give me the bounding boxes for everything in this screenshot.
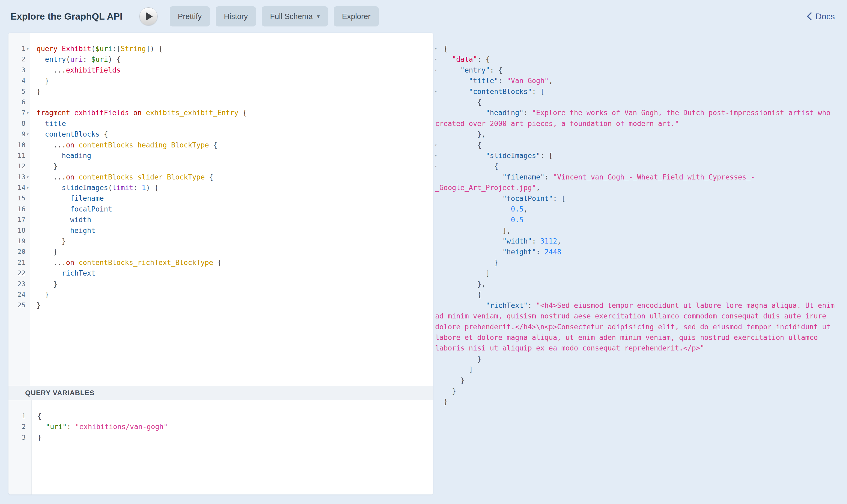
code-token <box>37 151 62 160</box>
fold-arrow-icon[interactable]: ▾ <box>25 107 30 118</box>
code-token: { <box>238 109 247 117</box>
code-token: ... <box>53 173 66 181</box>
fold-slot <box>25 65 30 75</box>
code-token: "exhibitions/van-gogh" <box>75 422 168 431</box>
explorer-button[interactable]: Explorer <box>334 6 379 26</box>
code-line: } <box>37 161 433 172</box>
fold-arrow-icon[interactable]: ▾ <box>435 161 440 172</box>
code-token: : <box>133 183 142 192</box>
code-token <box>435 151 486 160</box>
code-token: , <box>524 205 528 213</box>
code-token: 1 <box>142 183 146 192</box>
query-editor-code[interactable]: query Exhibit($uri:[String]) { entry(uri… <box>30 33 433 386</box>
code-token: , <box>557 237 561 245</box>
code-token: on <box>66 258 74 267</box>
line-number: 18 <box>8 225 25 236</box>
execute-button[interactable] <box>140 7 158 25</box>
code-token: } <box>435 355 482 363</box>
code-token: "focalPoint" <box>502 194 553 202</box>
code-token: filename <box>70 194 104 202</box>
code-token: $uri <box>91 55 108 63</box>
line-number: 13 <box>8 172 25 182</box>
fold-arrow-icon[interactable]: ▾ <box>435 54 440 65</box>
line-number: 6 <box>8 97 25 107</box>
variables-editor-code[interactable]: { "uri": "exhibitions/van-gogh"} <box>32 400 433 494</box>
code-token: } <box>37 76 49 85</box>
result-line: ] <box>435 364 841 375</box>
code-token: ... <box>53 141 66 149</box>
fold-arrow-icon[interactable]: ▾ <box>25 43 30 54</box>
explorer-button-label: Explorer <box>342 12 371 21</box>
full-schema-button[interactable]: Full Schema ▾ <box>262 6 328 26</box>
result-line: ], <box>435 225 841 236</box>
code-token <box>129 109 133 117</box>
line-number: 20 <box>8 247 25 257</box>
code-token: ] <box>435 365 473 374</box>
query-variables-header[interactable]: QUERY VARIABLES <box>8 386 433 400</box>
code-line: focalPoint <box>37 204 433 214</box>
code-token: : [ <box>532 87 544 95</box>
code-line: fragment exhibitFields on exhibits_exhib… <box>37 107 433 118</box>
code-line: filename <box>37 193 433 203</box>
code-token: : <box>524 109 532 117</box>
code-token: ... <box>53 66 66 74</box>
code-token: { <box>435 98 482 106</box>
code-token: } <box>37 162 57 170</box>
result-line: "height": 2448 <box>435 247 841 257</box>
fold-arrow-icon[interactable]: ▾ <box>435 86 440 97</box>
result-viewer: ▾ {▾ "data": {▾ "entry": { "title": "Van… <box>434 33 847 504</box>
fold-arrow-icon[interactable]: ▾ <box>25 182 30 193</box>
result-line: { <box>435 97 841 107</box>
code-token: contentBlocks_richText_BlockType <box>78 258 213 267</box>
query-editor[interactable]: 1▾234567▾89▾10111213▾14▾1516171819202122… <box>8 33 433 386</box>
line-number: 3 <box>8 432 26 443</box>
fold-arrow-icon[interactable]: ▾ <box>25 172 30 182</box>
caret-down-icon: ▾ <box>317 13 320 20</box>
code-token: } <box>435 387 456 395</box>
fold-arrow-icon[interactable]: ▾ <box>435 150 440 161</box>
code-token: ( <box>91 44 95 53</box>
result-line: ▾ "entry": { <box>435 65 841 75</box>
fold-arrow-icon[interactable]: ▾ <box>25 129 30 140</box>
code-line: title <box>37 118 433 129</box>
code-line: { <box>37 411 433 421</box>
page-title: Explore the GraphQL API <box>11 11 123 22</box>
code-token: on <box>66 141 74 149</box>
code-token <box>37 66 53 74</box>
line-number: 9 <box>8 129 25 140</box>
line-number: 3 <box>8 65 25 75</box>
code-token <box>37 422 46 431</box>
code-token: } <box>37 290 49 299</box>
code-token: : <box>498 76 507 85</box>
code-token: 0.5 <box>511 205 524 213</box>
variables-editor-gutter: 123 <box>8 400 32 494</box>
fold-slot <box>25 300 30 310</box>
history-button[interactable]: History <box>216 6 256 26</box>
fold-slot <box>25 86 30 97</box>
code-token: }, <box>435 280 486 288</box>
fold-arrow-icon[interactable]: ▾ <box>435 65 440 75</box>
prettify-button[interactable]: Prettify <box>170 6 210 26</box>
result-line: ▾ "data": { <box>435 54 841 65</box>
variables-editor[interactable]: 123 { "uri": "exhibitions/van-gogh"} <box>8 400 433 494</box>
code-token <box>435 216 511 224</box>
line-number: 24 <box>8 289 25 300</box>
code-token: : [ <box>540 151 553 160</box>
code-token <box>435 301 486 309</box>
code-token: "filename" <box>502 173 544 181</box>
result-line: { <box>435 289 841 300</box>
code-line: width <box>37 214 433 225</box>
fold-slot <box>25 236 30 247</box>
code-token: , <box>536 183 540 192</box>
line-number: 12 <box>8 161 25 172</box>
code-token: on <box>133 109 142 117</box>
fold-slot <box>25 279 30 289</box>
fold-arrow-icon[interactable]: ▾ <box>435 43 440 54</box>
code-token: title <box>45 120 66 128</box>
line-number: 15 <box>8 193 25 203</box>
docs-link[interactable]: Docs <box>806 12 835 21</box>
code-token: ] <box>435 269 490 277</box>
fold-slot <box>25 118 30 129</box>
code-line: } <box>37 300 433 310</box>
fold-arrow-icon[interactable]: ▾ <box>435 140 440 150</box>
